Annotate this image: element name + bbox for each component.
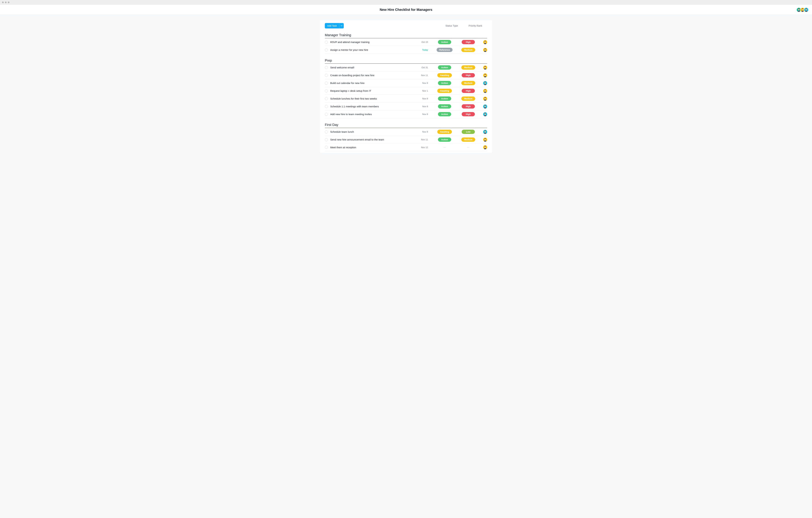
task-assignee-cell[interactable] [480, 48, 487, 52]
task-name[interactable]: Build out calendar for new hire [330, 82, 416, 84]
task-assignee-cell[interactable] [480, 81, 487, 85]
priority-pill[interactable]: Medium [461, 81, 475, 85]
task-name[interactable]: Create on-boarding project for new hire [330, 74, 416, 77]
task-priority-cell[interactable]: High [456, 112, 480, 116]
task-priority-cell[interactable]: High [456, 104, 480, 109]
task-row[interactable]: Request laptop + desk setup from ITNov 1… [325, 87, 487, 95]
column-header-priority[interactable]: Priority Rank [464, 24, 487, 27]
task-complete-checkbox[interactable] [325, 105, 328, 108]
task-name[interactable]: Schedule team lunch [330, 130, 416, 133]
section-title[interactable]: First Day [325, 123, 487, 128]
status-pill[interactable]: Awaiting [437, 130, 452, 134]
add-task-dropdown-button[interactable] [339, 23, 344, 28]
task-row[interactable]: Create on-boarding project for new hireN… [325, 72, 487, 79]
status-pill[interactable]: Action [438, 137, 451, 142]
task-complete-checkbox[interactable] [325, 74, 328, 77]
priority-pill[interactable]: Medium [461, 65, 475, 70]
task-assignee-cell[interactable] [480, 138, 487, 142]
task-row[interactable]: RSVP and attend manager trainingOct 15Ac… [325, 38, 487, 46]
priority-pill[interactable]: High [462, 104, 475, 109]
status-pill[interactable]: Awaiting [437, 73, 452, 77]
assignee-avatar[interactable] [483, 89, 487, 93]
assignee-avatar[interactable] [483, 130, 487, 134]
task-priority-cell[interactable]: Medium [456, 48, 480, 52]
task-due-date[interactable]: Nov 8 [416, 105, 428, 108]
task-assignee-cell[interactable] [480, 145, 487, 149]
task-row[interactable]: Schedule team lunchNov 8AwaitingLow [325, 128, 487, 136]
task-priority-cell[interactable]: Low [456, 130, 480, 134]
task-assignee-cell[interactable] [480, 112, 487, 116]
task-status-cell[interactable]: Reference [433, 48, 456, 52]
task-row[interactable]: Assign a mentor for your new hireTodayRe… [325, 46, 487, 54]
task-complete-checkbox[interactable] [325, 66, 328, 69]
task-row[interactable]: Meet them at receptionNov 12—— [325, 143, 487, 151]
status-pill[interactable]: Action [438, 112, 451, 116]
status-pill[interactable]: Reference [437, 48, 453, 52]
task-priority-cell[interactable]: Medium [456, 65, 480, 70]
assignee-avatar[interactable] [483, 81, 487, 85]
status-pill[interactable]: Awaiting [437, 89, 452, 93]
task-assignee-cell[interactable] [480, 65, 487, 70]
task-due-date[interactable]: Nov 8 [416, 131, 428, 133]
task-status-cell[interactable]: Action [433, 40, 456, 44]
task-priority-cell[interactable]: Medium [456, 137, 480, 142]
priority-pill[interactable]: High [462, 40, 475, 44]
task-priority-cell[interactable]: Medium [456, 97, 480, 101]
task-due-date[interactable]: Today [416, 49, 428, 51]
task-due-date[interactable]: Oct 31 [416, 66, 428, 69]
task-row[interactable]: Send welcome email!Oct 31ActionMedium [325, 64, 487, 72]
task-complete-checkbox[interactable] [325, 89, 328, 92]
assignee-avatar[interactable] [483, 48, 487, 52]
assignee-avatar[interactable] [483, 73, 487, 77]
task-complete-checkbox[interactable] [325, 113, 328, 116]
task-due-date[interactable]: Nov 11 [416, 74, 428, 77]
task-status-cell[interactable]: Awaiting [433, 73, 456, 77]
assignee-avatar[interactable] [483, 138, 487, 142]
status-pill[interactable]: Action [438, 97, 451, 101]
task-assignee-cell[interactable] [480, 40, 487, 44]
task-due-date[interactable]: Nov 8 [416, 97, 428, 100]
task-priority-cell[interactable]: Medium [456, 81, 480, 85]
task-status-cell[interactable]: Action [433, 112, 456, 116]
task-complete-checkbox[interactable] [325, 40, 328, 44]
task-due-date[interactable]: Nov 11 [416, 138, 428, 141]
task-status-cell[interactable]: Action [433, 97, 456, 101]
task-status-cell[interactable]: Awaiting [433, 89, 456, 93]
status-pill[interactable]: Action [438, 81, 451, 85]
priority-pill[interactable]: High [462, 112, 475, 116]
task-name[interactable]: Meet them at reception [330, 146, 416, 149]
status-pill[interactable]: Action [438, 104, 451, 109]
section-title[interactable]: Manager Training [325, 33, 487, 38]
assignee-avatar[interactable] [483, 145, 487, 149]
task-assignee-cell[interactable] [480, 73, 487, 77]
task-complete-checkbox[interactable] [325, 48, 328, 51]
assignee-avatar[interactable] [483, 105, 487, 109]
task-due-date[interactable]: Nov 12 [416, 146, 428, 148]
task-row[interactable]: Send new hire announcement email to the … [325, 136, 487, 143]
status-pill[interactable]: Action [438, 65, 451, 70]
task-name[interactable]: Request laptop + desk setup from IT [330, 89, 416, 92]
task-due-date[interactable]: Nov 8 [416, 82, 428, 84]
task-assignee-cell[interactable] [480, 89, 487, 93]
task-priority-cell[interactable]: — [456, 146, 480, 149]
section-title[interactable]: Prep [325, 59, 487, 64]
task-name[interactable]: RSVP and attend manager training [330, 40, 416, 44]
task-status-cell[interactable]: Action [433, 104, 456, 109]
priority-pill[interactable]: Medium [461, 137, 475, 142]
task-name[interactable]: Add new hire to team meeting invites [330, 113, 416, 116]
task-due-date[interactable]: Nov 1 [416, 89, 428, 92]
task-name[interactable]: Schedule 1:1 meetings with team members [330, 105, 416, 108]
status-pill[interactable]: Action [438, 40, 451, 44]
task-complete-checkbox[interactable] [325, 130, 328, 133]
task-name[interactable]: Send welcome email! [330, 66, 416, 69]
task-priority-cell[interactable]: High [456, 89, 480, 93]
assignee-avatar[interactable] [483, 40, 487, 44]
task-complete-checkbox[interactable] [325, 97, 328, 100]
task-assignee-cell[interactable] [480, 105, 487, 109]
task-status-cell[interactable]: Awaiting [433, 130, 456, 134]
task-row[interactable]: Add new hire to team meeting invitesNov … [325, 110, 487, 118]
task-name[interactable]: Assign a mentor for your new hire [330, 48, 416, 51]
priority-pill[interactable]: Medium [461, 97, 475, 101]
avatar[interactable] [804, 7, 809, 12]
task-complete-checkbox[interactable] [325, 82, 328, 85]
